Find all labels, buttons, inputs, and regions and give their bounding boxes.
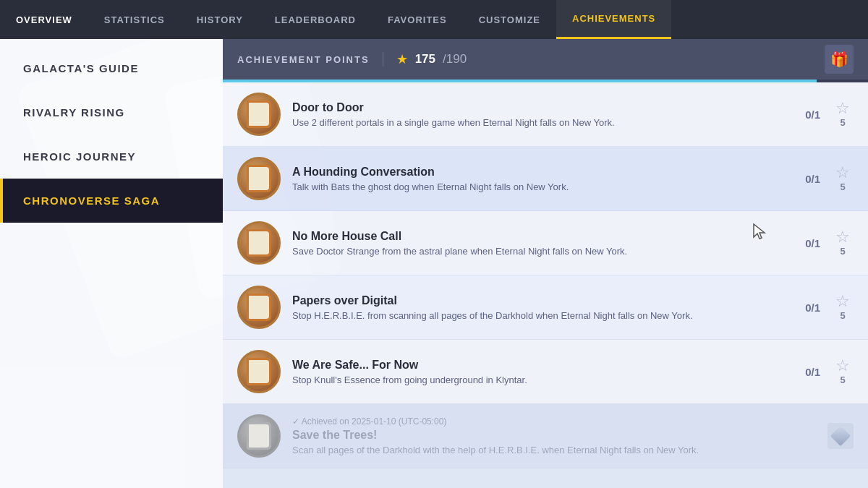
achievement-desc: Use 2 different portals in a single game… <box>292 117 780 128</box>
gift-button[interactable]: 🎁 <box>825 45 854 74</box>
book-icon <box>247 229 271 257</box>
book-icon <box>247 100 271 128</box>
book-pages <box>249 424 269 448</box>
book-pages <box>249 360 269 383</box>
sidebar-item-heroic-journey[interactable]: HEROIC JOURNEY <box>0 134 223 179</box>
nav-item-customize[interactable]: CUSTOMIZE <box>463 0 556 39</box>
sidebar-item-chronoverse-saga[interactable]: CHRONOVERSE SAGA <box>0 179 223 223</box>
sidebar: GALACTA'S GUIDE RIVALRY RISING HEROIC JO… <box>0 39 223 488</box>
achievement-star: ☆ 5 <box>832 358 854 385</box>
star-count: 5 <box>840 117 845 128</box>
achievement-title: A Hounding Conversation <box>292 166 780 179</box>
star-count: 5 <box>840 246 845 257</box>
book-pages <box>249 296 269 319</box>
achievement-progress: 0/1 <box>791 366 820 378</box>
book-pages <box>249 167 269 190</box>
star-icon: ☆ <box>835 165 850 181</box>
book-pages <box>249 103 269 126</box>
main-content: GALACTA'S GUIDE RIVALRY RISING HEROIC JO… <box>0 39 868 488</box>
achievement-text: ✓ Achieved on 2025-01-10 (UTC-05:00) Sav… <box>292 416 816 455</box>
achievement-progress: 0/1 <box>791 173 820 185</box>
star-icon: ☆ <box>835 294 850 309</box>
achievement-row[interactable]: Door to Door Use 2 different portals in … <box>223 82 868 147</box>
achievement-star: ☆ 5 <box>832 100 854 128</box>
achievement-progress: 0/1 <box>791 237 820 249</box>
nav-item-leaderboard[interactable]: LEADERBOARD <box>259 0 372 39</box>
diamond-shape <box>830 426 851 446</box>
sidebar-item-galactas-guide[interactable]: GALACTA'S GUIDE <box>0 46 223 90</box>
nav-item-favorites[interactable]: FAVORITES <box>372 0 463 39</box>
achievement-completed-date: ✓ Achieved on 2025-01-10 (UTC-05:00) <box>292 416 816 427</box>
achievement-title: Save the Trees! <box>292 429 816 442</box>
header-star-icon: ★ <box>396 51 408 67</box>
star-count: 5 <box>840 181 845 192</box>
achievement-row[interactable]: We Are Safe... For Now Stop Knull's Esse… <box>223 340 868 404</box>
nav-item-history[interactable]: HISTORY <box>181 0 259 39</box>
achievement-progress: 0/1 <box>791 108 820 121</box>
achievement-icon-completed <box>237 414 281 458</box>
achievement-row[interactable]: No More House Call Save Doctor Strange f… <box>223 211 868 275</box>
header-divider <box>383 52 383 67</box>
achievement-title: We Are Safe... For Now <box>292 359 780 372</box>
achievement-row-completed[interactable]: ✓ Achieved on 2025-01-10 (UTC-05:00) Sav… <box>223 404 868 468</box>
book-pages <box>249 231 269 254</box>
book-icon <box>247 294 271 321</box>
achievement-title: No More House Call <box>292 230 780 243</box>
achievement-text: A Hounding Conversation Talk with Bats t… <box>292 166 780 192</box>
top-navigation: OVERVIEW STATISTICS HISTORY LEADERBOARD … <box>0 0 868 39</box>
achievement-star: ☆ 5 <box>832 165 854 192</box>
star-count: 5 <box>840 310 845 321</box>
achievement-star: ☆ 5 <box>832 294 854 321</box>
achievement-icon <box>237 157 281 200</box>
diamond-icon <box>827 423 854 449</box>
achievement-desc: Stop Knull's Essence from going undergro… <box>292 374 780 385</box>
achievement-header: ACHIEVEMENT POINTS ★ 175 /190 🎁 <box>223 39 868 80</box>
book-icon <box>247 422 271 450</box>
nav-item-achievements[interactable]: ACHIEVEMENTS <box>556 0 671 39</box>
right-panel: ACHIEVEMENT POINTS ★ 175 /190 🎁 <box>223 39 868 488</box>
achievement-desc: Stop H.E.R.B.I.E. from scanning all page… <box>292 310 780 321</box>
achievement-title: Papers over Digital <box>292 294 780 307</box>
achievement-desc: Save Doctor Strange from the astral plan… <box>292 246 780 257</box>
achievement-text: No More House Call Save Doctor Strange f… <box>292 230 780 257</box>
sidebar-item-rivalry-rising[interactable]: RIVALRY RISING <box>0 90 223 134</box>
achievement-row[interactable]: Papers over Digital Stop H.E.R.B.I.E. fr… <box>223 275 868 340</box>
achievement-text: Door to Door Use 2 different portals in … <box>292 101 780 128</box>
achievement-desc: Talk with Bats the ghost dog when Eterna… <box>292 181 780 192</box>
achievement-title: Door to Door <box>292 101 780 114</box>
achievement-icon <box>237 350 281 393</box>
achievement-text: Papers over Digital Stop H.E.R.B.I.E. fr… <box>292 294 780 321</box>
achievement-star: ☆ 5 <box>832 229 854 257</box>
book-icon <box>247 165 271 192</box>
nav-item-overview[interactable]: OVERVIEW <box>0 0 88 39</box>
nav-item-statistics[interactable]: STATISTICS <box>88 0 181 39</box>
star-count: 5 <box>840 374 845 385</box>
star-icon: ☆ <box>835 358 850 374</box>
achievement-progress: 0/1 <box>791 301 820 314</box>
achievement-icon <box>237 93 281 136</box>
header-total-points: /190 <box>443 52 467 67</box>
achievement-icon <box>237 286 281 329</box>
achievement-points-label: ACHIEVEMENT POINTS <box>237 54 370 65</box>
achievement-icon <box>237 221 281 265</box>
achievement-text: We Are Safe... For Now Stop Knull's Esse… <box>292 359 780 385</box>
achievement-list: Door to Door Use 2 different portals in … <box>223 82 868 488</box>
star-icon: ☆ <box>835 100 850 116</box>
star-icon: ☆ <box>835 229 850 245</box>
achievement-row[interactable]: A Hounding Conversation Talk with Bats t… <box>223 147 868 211</box>
achievement-desc: Scan all pages of the Darkhold with the … <box>292 445 816 455</box>
header-current-points: 175 <box>415 52 435 67</box>
book-icon <box>247 358 271 385</box>
